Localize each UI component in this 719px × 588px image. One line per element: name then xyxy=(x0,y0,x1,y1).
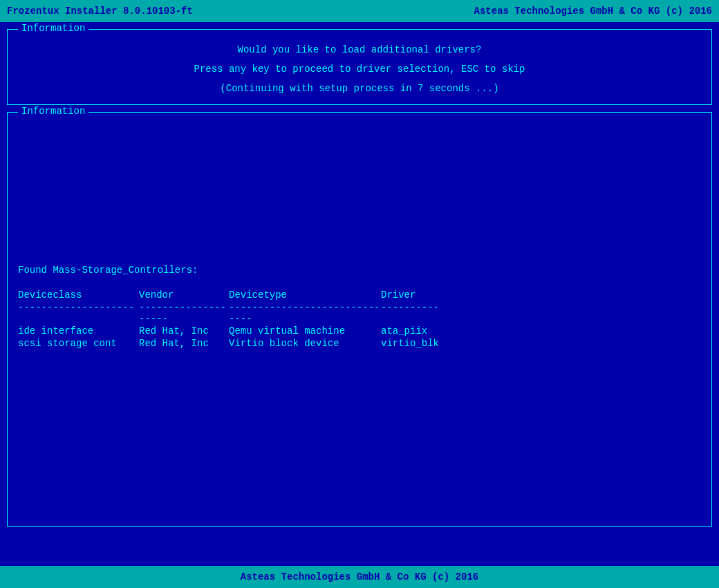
footer-bar: Asteas Technologies GmbH & Co KG (c) 201… xyxy=(0,566,719,588)
table-separator-row: -------------------- -------------------… xyxy=(18,302,701,324)
info-box-2: Information Found Mass-Storage_Controlle… xyxy=(7,112,712,527)
cell-devicetype: Virtio block device xyxy=(229,338,381,349)
dialog-line2: Press any key to proceed to driver selec… xyxy=(194,64,525,75)
cell-devicetype: Qemu virtual machine xyxy=(229,325,381,336)
footer-label: Asteas Technologies GmbH & Co KG (c) 201… xyxy=(241,571,478,582)
col-header-driver: Driver xyxy=(381,290,464,301)
sep-vendor: -------------------- xyxy=(139,302,229,324)
table-header-row: Deviceclass Vendor Devicetype Driver xyxy=(18,290,701,301)
header-right-label: Asteas Technologies GmbH & Co KG (c) 201… xyxy=(474,6,712,17)
dialog-box-title: Information xyxy=(18,23,88,34)
found-label: Found Mass-Storage_Controllers: xyxy=(18,265,701,276)
cell-deviceclass: ide interface xyxy=(18,325,139,336)
sep-devicetype: ------------------------------ xyxy=(229,302,381,324)
dialog-box: Information Would you like to load addit… xyxy=(7,29,712,105)
cell-vendor: Red Hat, Inc xyxy=(139,325,229,336)
cell-driver: virtio_blk xyxy=(381,338,464,349)
table-row: scsi storage contRed Hat, IncVirtio bloc… xyxy=(18,338,701,349)
cell-vendor: Red Hat, Inc xyxy=(139,338,229,349)
header-left-label: Frozentux Installer 8.0.10103-ft xyxy=(7,6,193,17)
cell-driver: ata_piix xyxy=(381,325,464,336)
header-bar: Frozentux Installer 8.0.10103-ft Asteas … xyxy=(0,0,719,22)
table-row: ide interfaceRed Hat, IncQemu virtual ma… xyxy=(18,325,701,336)
main-content: Information Would you like to load addit… xyxy=(0,22,719,533)
sep-deviceclass: -------------------- xyxy=(18,302,139,324)
sep-driver: ---------- xyxy=(381,302,464,324)
dialog-line3: (Continuing with setup process in 7 seco… xyxy=(220,83,498,94)
cell-deviceclass: scsi storage cont xyxy=(18,338,139,349)
table-rows-container: ide interfaceRed Hat, IncQemu virtual ma… xyxy=(18,325,701,349)
info-box-title: Information xyxy=(18,106,88,117)
dialog-content: Would you like to load additional driver… xyxy=(18,44,701,94)
col-header-vendor: Vendor xyxy=(139,290,229,301)
col-header-devicetype: Devicetype xyxy=(229,290,381,301)
col-header-deviceclass: Deviceclass xyxy=(18,290,139,301)
dialog-line1: Would you like to load additional driver… xyxy=(238,44,482,55)
table-container: Deviceclass Vendor Devicetype Driver ---… xyxy=(18,290,701,349)
